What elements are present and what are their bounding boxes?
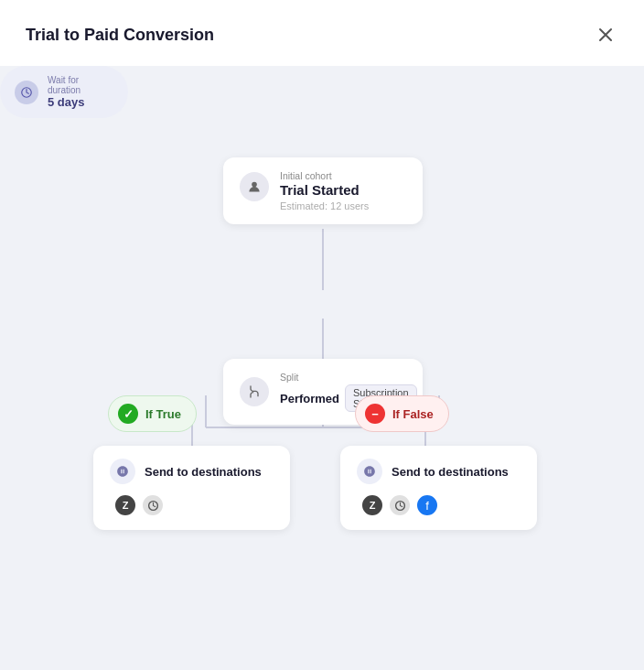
split-icon	[240, 377, 269, 406]
dest-false-header: Send to destinations	[357, 459, 521, 484]
dest-false-header-icon	[357, 459, 382, 484]
branch-false-icon: −	[365, 404, 385, 424]
destination-false-node[interactable]: Send to destinations Z f	[340, 446, 537, 530]
cohort-title: Trial Started	[280, 182, 369, 198]
dest-false-icon-facebook: f	[415, 493, 439, 517]
wait-node[interactable]: Wait for duration 5 days	[0, 66, 128, 118]
branch-true-label: If True	[145, 407, 181, 421]
branch-false-node[interactable]: − If False	[355, 395, 449, 432]
dest-false-icon-z: Z	[360, 493, 384, 517]
wait-icon	[15, 81, 38, 104]
dest-false-title: Send to destinations	[392, 465, 509, 479]
cohort-icon	[240, 172, 269, 201]
split-label: Split	[280, 372, 417, 383]
dest-true-icon-z: Z	[113, 493, 137, 517]
close-button[interactable]	[593, 22, 618, 48]
branch-true-icon: ✓	[118, 404, 138, 424]
wait-label: Wait for duration	[48, 75, 113, 95]
dest-true-header-icon	[110, 459, 135, 484]
destination-true-node[interactable]: Send to destinations Z	[93, 446, 290, 530]
dest-true-icons: Z	[113, 493, 274, 517]
header: Trial to Paid Conversion	[0, 0, 644, 66]
wait-value: 5 days	[48, 95, 113, 109]
dest-false-icon-clock	[388, 493, 412, 517]
cohort-sub: Estimated: 12 users	[280, 200, 369, 211]
svg-point-8	[252, 182, 257, 188]
cohort-content: Initial cohort Trial Started Estimated: …	[280, 170, 369, 211]
flow-canvas: Initial cohort Trial Started Estimated: …	[0, 66, 644, 670]
cohort-node[interactable]: Initial cohort Trial Started Estimated: …	[223, 157, 423, 224]
cohort-label: Initial cohort	[280, 170, 369, 181]
branch-true-node[interactable]: ✓ If True	[108, 395, 197, 432]
page-title: Trial to Paid Conversion	[26, 26, 214, 45]
dest-true-header: Send to destinations	[110, 459, 274, 484]
dest-false-icons: Z f	[360, 493, 521, 517]
split-performed: Performed	[280, 392, 339, 405]
dest-true-icon-clock	[141, 493, 165, 517]
dest-true-title: Send to destinations	[145, 465, 262, 479]
branch-false-label: If False	[392, 407, 434, 421]
wait-text: Wait for duration 5 days	[48, 75, 113, 109]
